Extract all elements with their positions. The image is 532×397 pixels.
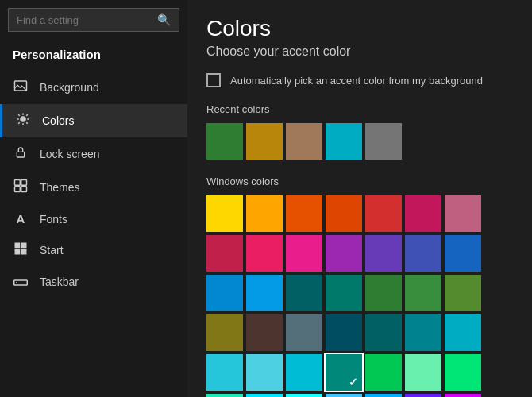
color-swatch[interactable]	[206, 195, 243, 232]
sidebar-label-background: Background	[40, 81, 99, 94]
svg-rect-10	[21, 249, 27, 255]
color-swatch[interactable]	[326, 195, 362, 232]
search-input[interactable]	[17, 14, 151, 26]
color-swatch[interactable]	[246, 275, 283, 311]
colors-icon	[15, 112, 31, 129]
taskbar-icon	[13, 275, 29, 289]
recent-colors-label: Recent colors	[206, 103, 513, 115]
color-swatch[interactable]	[365, 235, 402, 272]
svg-rect-2	[17, 152, 24, 157]
sidebar-label-start: Start	[40, 244, 64, 256]
color-swatch[interactable]	[445, 275, 481, 311]
sidebar-item-fonts[interactable]: A Fonts	[0, 204, 187, 233]
svg-rect-5	[15, 187, 21, 192]
recent-colors-grid	[206, 123, 513, 160]
color-swatch[interactable]	[365, 354, 402, 391]
fonts-icon: A	[13, 212, 29, 225]
page-subtitle: Choose your accent color	[206, 44, 513, 59]
svg-point-1	[20, 116, 26, 122]
color-swatch[interactable]	[286, 354, 322, 391]
color-swatch[interactable]	[326, 354, 362, 391]
color-swatch[interactable]	[445, 314, 481, 351]
windows-colors-label: Windows colors	[206, 175, 513, 187]
sidebar-item-start[interactable]: Start	[0, 233, 187, 267]
color-swatch[interactable]	[286, 314, 322, 351]
color-swatch[interactable]	[405, 275, 441, 311]
color-swatch[interactable]	[326, 275, 362, 311]
start-icon	[13, 241, 29, 259]
color-swatch[interactable]	[365, 195, 402, 232]
color-swatch[interactable]	[246, 314, 283, 351]
color-swatch[interactable]	[405, 394, 441, 397]
auto-pick-checkbox[interactable]	[206, 73, 221, 87]
color-swatch[interactable]	[445, 394, 481, 397]
color-swatch[interactable]	[405, 354, 441, 391]
color-swatch[interactable]	[286, 394, 322, 397]
color-swatch[interactable]	[405, 235, 441, 272]
color-swatch[interactable]	[206, 394, 243, 397]
color-swatch[interactable]	[286, 275, 322, 311]
windows-colors-grid	[206, 195, 513, 397]
color-swatch[interactable]	[246, 394, 283, 397]
sidebar-item-taskbar[interactable]: Taskbar	[0, 267, 187, 297]
color-swatch[interactable]	[206, 314, 243, 351]
color-swatch[interactable]	[326, 314, 362, 351]
main-content: Colors Choose your accent color Automati…	[187, 0, 532, 397]
color-swatch[interactable]	[326, 235, 362, 272]
sidebar-item-colors[interactable]: Colors	[0, 104, 187, 137]
color-swatch[interactable]	[365, 123, 402, 160]
color-swatch[interactable]	[246, 123, 283, 160]
svg-rect-9	[15, 249, 21, 255]
color-swatch[interactable]	[405, 314, 441, 351]
color-swatch[interactable]	[206, 123, 243, 160]
svg-rect-3	[15, 180, 21, 186]
color-swatch[interactable]	[326, 394, 362, 397]
color-swatch[interactable]	[445, 195, 481, 232]
svg-rect-7	[15, 243, 21, 249]
color-swatch[interactable]	[405, 195, 441, 232]
color-swatch[interactable]	[286, 195, 322, 232]
sidebar-label-lock-screen: Lock screen	[40, 148, 99, 160]
sidebar-title: Personalization	[0, 44, 187, 71]
color-swatch[interactable]	[206, 354, 243, 391]
color-swatch[interactable]	[365, 314, 402, 351]
sidebar-label-taskbar: Taskbar	[40, 276, 79, 288]
color-swatch[interactable]	[365, 275, 402, 311]
themes-icon	[13, 179, 29, 196]
sidebar-item-lock-screen[interactable]: Lock screen	[0, 137, 187, 171]
search-icon: 🔍	[157, 13, 171, 26]
color-swatch[interactable]	[246, 235, 283, 272]
svg-rect-4	[21, 180, 27, 186]
svg-rect-8	[21, 243, 27, 249]
color-swatch[interactable]	[246, 195, 283, 232]
color-swatch[interactable]	[326, 123, 362, 160]
sidebar-label-colors: Colors	[42, 114, 74, 127]
color-swatch[interactable]	[445, 235, 481, 272]
color-swatch[interactable]	[206, 235, 243, 272]
lock-icon	[13, 145, 29, 163]
page-title: Colors	[206, 16, 513, 41]
color-swatch[interactable]	[286, 235, 322, 272]
svg-rect-6	[21, 187, 27, 192]
sidebar-item-themes[interactable]: Themes	[0, 171, 187, 204]
background-icon	[13, 79, 29, 96]
color-swatch[interactable]	[286, 123, 322, 160]
color-swatch[interactable]	[445, 354, 481, 391]
sidebar-label-fonts: Fonts	[40, 213, 67, 225]
search-box[interactable]: 🔍	[8, 8, 179, 32]
auto-pick-label: Automatically pick an accent color from …	[230, 75, 483, 87]
color-swatch[interactable]	[365, 394, 402, 397]
color-swatch[interactable]	[206, 275, 243, 311]
sidebar-item-background[interactable]: Background	[0, 71, 187, 104]
sidebar: 🔍 Personalization Background Colors Lock…	[0, 0, 187, 397]
color-swatch[interactable]	[246, 354, 283, 391]
auto-pick-row: Automatically pick an accent color from …	[206, 73, 513, 87]
sidebar-label-themes: Themes	[40, 181, 80, 194]
